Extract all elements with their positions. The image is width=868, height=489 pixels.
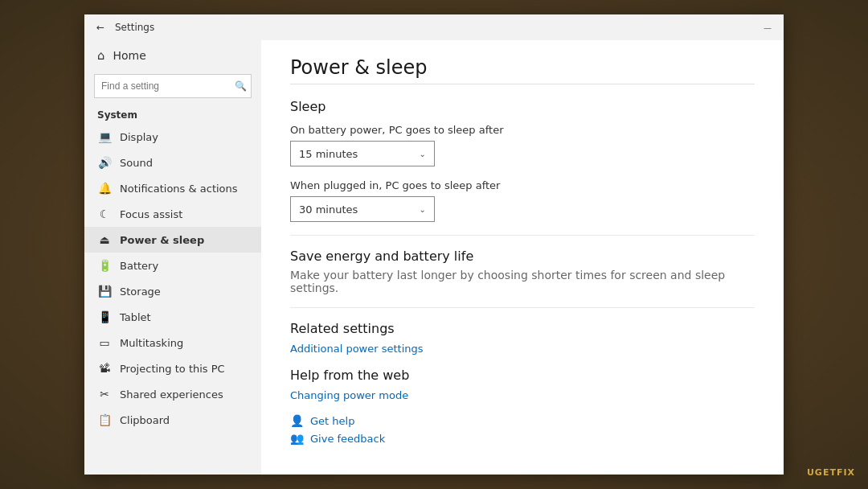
plugged-sleep-wrapper: When plugged in, PC goes to sleep after … (290, 179, 755, 222)
projecting-icon: 📽 (97, 362, 112, 375)
minimize-button[interactable]: — (758, 18, 777, 37)
sidebar-item-shared[interactable]: ✂ Shared experiences (84, 381, 261, 407)
get-help-icon: 👤 (290, 414, 304, 427)
sidebar-section-label: System (84, 105, 261, 124)
sidebar-item-projecting[interactable]: 📽 Projecting to this PC (84, 355, 261, 381)
sidebar-item-multitasking[interactable]: ▭ Multitasking (84, 330, 261, 355)
shared-icon: ✂ (97, 388, 112, 401)
sidebar-item-notifications[interactable]: 🔔 Notifications & actions (84, 175, 261, 201)
main-content: Power & sleep Sleep On battery power, PC… (261, 40, 784, 475)
changing-power-link[interactable]: Changing power mode (290, 389, 755, 401)
sidebar: ⌂ Home 🔍 System 💻 Display 🔊 Sound 🔔 No (84, 40, 261, 475)
home-label: Home (113, 49, 146, 62)
sidebar-notifications-label: Notifications & actions (120, 183, 238, 195)
plugged-sleep-label: When plugged in, PC goes to sleep after (290, 179, 755, 191)
give-feedback-icon: 👥 (290, 432, 304, 445)
window-content: ⌂ Home 🔍 System 💻 Display 🔊 Sound 🔔 No (84, 40, 784, 475)
tablet-icon: 📱 (97, 310, 112, 323)
notifications-icon: 🔔 (97, 182, 112, 195)
sidebar-item-storage[interactable]: 💾 Storage (84, 278, 261, 304)
get-help-label: Get help (310, 415, 354, 427)
settings-window: ← Settings — ⌂ Home 🔍 System 💻 Display (84, 14, 784, 475)
battery-sleep-label: On battery power, PC goes to sleep after (290, 124, 755, 136)
give-feedback-label: Give feedback (310, 433, 385, 445)
divider-2 (290, 307, 755, 308)
sidebar-focus-label: Focus assist (120, 208, 182, 220)
battery-sleep-dropdown[interactable]: 15 minutes ⌄ (290, 141, 435, 166)
divider-1 (290, 235, 755, 236)
sidebar-item-tablet[interactable]: 📱 Tablet (84, 304, 261, 330)
sidebar-item-display[interactable]: 💻 Display (84, 124, 261, 150)
sidebar-sound-label: Sound (120, 157, 153, 169)
sidebar-item-power[interactable]: ⏏ Power & sleep (84, 227, 261, 253)
battery-icon: 🔋 (97, 259, 112, 272)
sound-icon: 🔊 (97, 156, 112, 169)
related-settings-title: Related settings (290, 321, 755, 336)
storage-icon: 💾 (97, 285, 112, 298)
sidebar-item-home[interactable]: ⌂ Home (84, 40, 261, 71)
get-help-item[interactable]: 👤 Get help (290, 414, 755, 427)
sidebar-item-clipboard[interactable]: 📋 Clipboard (84, 407, 261, 433)
energy-section-subtitle: Make your battery last longer by choosin… (290, 269, 755, 294)
home-icon: ⌂ (97, 48, 105, 63)
sidebar-item-focus[interactable]: ☾ Focus assist (84, 201, 261, 227)
sidebar-multitasking-label: Multitasking (120, 337, 183, 349)
battery-sleep-arrow: ⌄ (420, 150, 426, 158)
additional-power-link[interactable]: Additional power settings (290, 343, 755, 355)
sidebar-item-sound[interactable]: 🔊 Sound (84, 150, 261, 175)
power-icon: ⏏ (97, 233, 112, 246)
page-title: Power & sleep (290, 56, 755, 84)
search-container: 🔍 (84, 71, 261, 105)
sidebar-shared-label: Shared experiences (120, 388, 223, 401)
plugged-sleep-dropdown[interactable]: 30 minutes ⌄ (290, 196, 435, 222)
help-title: Help from the web (290, 368, 755, 383)
give-feedback-item[interactable]: 👥 Give feedback (290, 432, 755, 445)
multitasking-icon: ▭ (97, 336, 112, 349)
footer-actions: 👤 Get help 👥 Give feedback (290, 414, 755, 445)
watermark: UGETFIX (807, 467, 855, 478)
plugged-sleep-value: 30 minutes (299, 203, 358, 216)
sidebar-display-label: Display (120, 131, 158, 143)
battery-sleep-value: 15 minutes (299, 148, 358, 160)
sidebar-projecting-label: Projecting to this PC (120, 363, 225, 375)
display-icon: 💻 (97, 130, 112, 143)
sidebar-battery-label: Battery (120, 260, 158, 272)
search-wrapper: 🔍 (94, 74, 252, 98)
sidebar-tablet-label: Tablet (120, 311, 151, 323)
sidebar-clipboard-label: Clipboard (120, 414, 170, 426)
window-title: Settings (115, 22, 154, 33)
back-button[interactable]: ← (91, 18, 110, 37)
sleep-section-title: Sleep (290, 99, 755, 114)
energy-section-title: Save energy and battery life (290, 249, 755, 264)
sidebar-item-battery[interactable]: 🔋 Battery (84, 253, 261, 278)
focus-icon: ☾ (97, 208, 112, 220)
battery-sleep-wrapper: On battery power, PC goes to sleep after… (290, 124, 755, 166)
sidebar-storage-label: Storage (120, 286, 161, 298)
titlebar: ← Settings — (84, 14, 784, 40)
clipboard-icon: 📋 (97, 413, 112, 426)
plugged-sleep-arrow: ⌄ (420, 205, 426, 214)
search-input[interactable] (94, 74, 252, 98)
sidebar-power-label: Power & sleep (120, 234, 204, 246)
